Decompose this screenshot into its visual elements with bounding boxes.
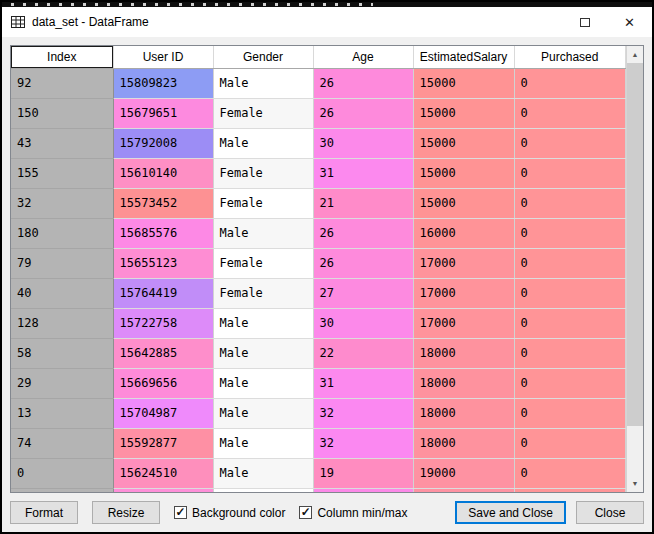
cell-gender[interactable]: Male bbox=[213, 218, 313, 248]
cell-index[interactable]: 79 bbox=[11, 248, 113, 278]
column-header-user-id[interactable]: User ID bbox=[113, 46, 213, 68]
cell-age[interactable]: 31 bbox=[313, 158, 413, 188]
format-button[interactable]: Format bbox=[10, 501, 78, 524]
cell-gender[interactable]: Male bbox=[213, 68, 313, 98]
scroll-up-button[interactable]: ▲ bbox=[627, 46, 643, 63]
cell-index[interactable]: 180 bbox=[11, 218, 113, 248]
cell-age[interactable] bbox=[313, 488, 413, 492]
cell-user-id[interactable]: 15592877 bbox=[113, 428, 213, 458]
cell-age[interactable]: 26 bbox=[313, 218, 413, 248]
cell-age[interactable]: 26 bbox=[313, 68, 413, 98]
cell-gender[interactable]: Female bbox=[213, 278, 313, 308]
cell-salary[interactable]: 18000 bbox=[413, 398, 514, 428]
cell-salary[interactable]: 15000 bbox=[413, 98, 514, 128]
cell-index[interactable]: 155 bbox=[11, 158, 113, 188]
cell-index[interactable]: 29 bbox=[11, 368, 113, 398]
cell-salary[interactable]: 16000 bbox=[413, 218, 514, 248]
scroll-down-button[interactable]: ▼ bbox=[627, 475, 643, 492]
cell-index[interactable]: 40 bbox=[11, 278, 113, 308]
cell-purchased[interactable]: 0 bbox=[514, 98, 626, 128]
cell-salary[interactable]: 17000 bbox=[413, 308, 514, 338]
cell-purchased[interactable]: 0 bbox=[514, 458, 626, 488]
cell-gender[interactable]: Male bbox=[213, 458, 313, 488]
cell-purchased[interactable]: 0 bbox=[514, 158, 626, 188]
cell-age[interactable]: 21 bbox=[313, 188, 413, 218]
cell-salary[interactable]: 17000 bbox=[413, 278, 514, 308]
cell-age[interactable]: 26 bbox=[313, 248, 413, 278]
cell-age[interactable]: 30 bbox=[313, 308, 413, 338]
cell-purchased[interactable]: 0 bbox=[514, 398, 626, 428]
cell-purchased[interactable]: 0 bbox=[514, 248, 626, 278]
cell-index[interactable]: 43 bbox=[11, 128, 113, 158]
cell-purchased[interactable]: 0 bbox=[514, 218, 626, 248]
cell-salary[interactable]: 19000 bbox=[413, 458, 514, 488]
cell-index[interactable]: 0 bbox=[11, 458, 113, 488]
cell-gender[interactable]: Female bbox=[213, 188, 313, 218]
cell-user-id[interactable]: 15685576 bbox=[113, 218, 213, 248]
scrollbar-thumb[interactable] bbox=[627, 63, 643, 426]
cell-gender[interactable]: Male bbox=[213, 128, 313, 158]
checkbox-box-column-minmax[interactable]: ✓ bbox=[299, 506, 312, 519]
column-header-index[interactable]: Index bbox=[11, 46, 113, 68]
cell-salary[interactable]: 18000 bbox=[413, 338, 514, 368]
cell-purchased[interactable]: 0 bbox=[514, 338, 626, 368]
background-color-checkbox[interactable]: ✓ Background color bbox=[174, 506, 285, 520]
cell-salary[interactable]: 17000 bbox=[413, 248, 514, 278]
cell-user-id[interactable]: 15809823 bbox=[113, 68, 213, 98]
cell-purchased[interactable]: 0 bbox=[514, 128, 626, 158]
scrollbar-track[interactable] bbox=[627, 63, 643, 475]
cell-salary[interactable]: 15000 bbox=[413, 188, 514, 218]
resize-button[interactable]: Resize bbox=[92, 501, 160, 524]
cell-salary[interactable]: 18000 bbox=[413, 368, 514, 398]
save-and-close-button[interactable]: Save and Close bbox=[455, 501, 566, 524]
cell-age[interactable]: 32 bbox=[313, 428, 413, 458]
cell-user-id[interactable]: 15679651 bbox=[113, 98, 213, 128]
cell-user-id[interactable]: 15764419 bbox=[113, 278, 213, 308]
cell-user-id[interactable]: 15704987 bbox=[113, 398, 213, 428]
column-header-purchased[interactable]: Purchased bbox=[514, 46, 626, 68]
cell-index[interactable] bbox=[11, 488, 113, 492]
column-header-estimatedsalary[interactable]: EstimatedSalary bbox=[413, 46, 514, 68]
cell-index[interactable]: 92 bbox=[11, 68, 113, 98]
cell-user-id[interactable]: 15573452 bbox=[113, 188, 213, 218]
cell-gender[interactable]: Male bbox=[213, 338, 313, 368]
cell-gender[interactable]: Female bbox=[213, 248, 313, 278]
column-header-age[interactable]: Age bbox=[313, 46, 413, 68]
cell-index[interactable]: 150 bbox=[11, 98, 113, 128]
cell-age[interactable]: 26 bbox=[313, 98, 413, 128]
close-window-button[interactable]: ✕ bbox=[607, 7, 652, 37]
cell-age[interactable]: 31 bbox=[313, 368, 413, 398]
cell-index[interactable]: 13 bbox=[11, 398, 113, 428]
cell-purchased[interactable]: 0 bbox=[514, 278, 626, 308]
cell-user-id[interactable]: 15669656 bbox=[113, 368, 213, 398]
cell-index[interactable]: 74 bbox=[11, 428, 113, 458]
column-header-gender[interactable]: Gender bbox=[213, 46, 313, 68]
cell-gender[interactable]: Male bbox=[213, 398, 313, 428]
cell-age[interactable]: 30 bbox=[313, 128, 413, 158]
cell-purchased[interactable]: 0 bbox=[514, 308, 626, 338]
maximize-button[interactable] bbox=[562, 7, 607, 37]
cell-salary[interactable] bbox=[413, 488, 514, 492]
cell-user-id[interactable]: 15655123 bbox=[113, 248, 213, 278]
column-minmax-checkbox[interactable]: ✓ Column min/max bbox=[299, 506, 407, 520]
cell-user-id[interactable] bbox=[113, 488, 213, 492]
cell-gender[interactable]: Female bbox=[213, 158, 313, 188]
cell-index[interactable]: 32 bbox=[11, 188, 113, 218]
cell-user-id[interactable]: 15624510 bbox=[113, 458, 213, 488]
cell-purchased[interactable]: 0 bbox=[514, 68, 626, 98]
cell-gender[interactable]: Male bbox=[213, 308, 313, 338]
close-dialog-button[interactable]: Close bbox=[576, 501, 644, 524]
cell-purchased[interactable]: 0 bbox=[514, 368, 626, 398]
vertical-scrollbar[interactable]: ▲ ▼ bbox=[626, 46, 643, 492]
cell-user-id[interactable]: 15642885 bbox=[113, 338, 213, 368]
cell-age[interactable]: 19 bbox=[313, 458, 413, 488]
cell-gender[interactable]: Male bbox=[213, 428, 313, 458]
cell-user-id[interactable]: 15722758 bbox=[113, 308, 213, 338]
cell-user-id[interactable]: 15792008 bbox=[113, 128, 213, 158]
cell-purchased[interactable] bbox=[514, 488, 626, 492]
cell-gender[interactable]: Male bbox=[213, 368, 313, 398]
cell-age[interactable]: 27 bbox=[313, 278, 413, 308]
cell-gender[interactable]: Female bbox=[213, 98, 313, 128]
cell-gender[interactable] bbox=[213, 488, 313, 492]
cell-purchased[interactable]: 0 bbox=[514, 428, 626, 458]
